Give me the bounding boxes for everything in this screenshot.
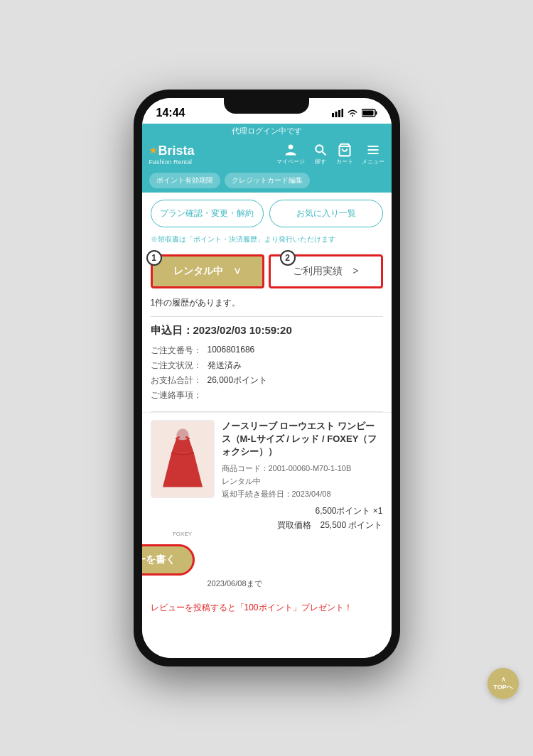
phone-screen: 14:44: [142, 98, 392, 658]
battery-icon: [362, 109, 377, 117]
top-arrow: ∧: [501, 676, 506, 683]
svg-rect-0: [332, 113, 334, 117]
nav-bar: 代理ログイン中です ★ Brista Fashion Rental: [142, 124, 392, 193]
nav-menu[interactable]: メニュー: [362, 143, 384, 166]
svg-point-8: [316, 145, 323, 152]
logo-star: ★: [149, 146, 157, 156]
review-deadline: 2023/06/08まで: [142, 578, 383, 589]
product-price: 6,500ポイント ×1: [222, 505, 383, 517]
svg-rect-6: [362, 111, 373, 116]
top-label: TOPへ: [493, 683, 512, 692]
product-image: [151, 420, 215, 498]
svg-rect-5: [375, 112, 377, 115]
tab-row: 1 レンタル中 ∨ 2 ご利用実績 >: [142, 252, 392, 296]
order-status-row: ご注文状況： 発送済み: [151, 360, 383, 372]
nav-main: ★ Brista Fashion Rental マイページ: [149, 139, 384, 170]
svg-rect-3: [341, 109, 343, 117]
logo-sub: Fashion Rental: [149, 158, 195, 166]
order-contact-row: ご連絡事項：: [151, 389, 383, 401]
svg-line-9: [322, 152, 325, 156]
product-brand-label: FOXEY: [151, 531, 215, 537]
svg-point-7: [288, 145, 293, 150]
logo-brista: ★ Brista: [149, 144, 195, 158]
order-num-row: ご注文番号： 1006801686: [151, 345, 383, 357]
proxy-login-bar: 代理ログイン中です: [149, 124, 384, 139]
product-info: FOXEY ノースリーブ ローウエスト ワンピース（M-Lサイズ / レッド /…: [151, 420, 383, 539]
action-buttons-row: プラン確認・変更・解約 お気に入り一覧: [142, 193, 392, 234]
product-code: 商品コード：2001-00060-M70-1-10B: [222, 463, 383, 474]
svg-rect-2: [338, 110, 340, 117]
product-buy-price: 買取価格 25,500 ポイント: [222, 519, 383, 531]
order-section: 申込日：2023/02/03 10:59:20 ご注文番号： 100680168…: [142, 317, 392, 411]
status-time: 14:44: [156, 107, 185, 119]
search-icon: [313, 143, 328, 157]
review-area: 3 レビューを書く 2023/06/08まで: [142, 544, 383, 589]
product-return: 返却手続き最終日：2023/04/08: [222, 489, 383, 500]
svg-rect-1: [335, 112, 337, 117]
product-image-area: FOXEY: [151, 420, 215, 539]
sub-nav: ポイント有効期限 クレジットカード編集: [149, 170, 384, 193]
wifi-icon: [347, 109, 358, 117]
nav-mypage[interactable]: マイページ: [276, 143, 305, 166]
point-expiry-btn[interactable]: ポイント有効期限: [149, 173, 220, 188]
nav-icons: マイページ 探す: [276, 143, 384, 166]
signal-icon: [332, 109, 343, 117]
rental-tab[interactable]: レンタル中 ∨: [151, 254, 265, 288]
favorites-button[interactable]: お気に入り一覧: [269, 200, 383, 227]
review-button[interactable]: レビューを書く: [142, 544, 195, 576]
logo-area: ★ Brista Fashion Rental: [149, 144, 195, 166]
product-name: ノースリーブ ローウエスト ワンピース（M-Lサイズ / レッド / FOXEY…: [222, 420, 383, 459]
dress-image: [158, 423, 208, 495]
product-details: ノースリーブ ローウエスト ワンピース（M-Lサイズ / レッド / FOXEY…: [222, 420, 383, 539]
mypage-icon: [284, 143, 298, 157]
tab-num-1: 1: [146, 250, 162, 266]
status-icons: [332, 109, 377, 117]
product-section: FOXEY ノースリーブ ローウエスト ワンピース（M-Lサイズ / レッド /…: [142, 412, 392, 596]
plan-button[interactable]: プラン確認・変更・解約: [151, 200, 264, 227]
top-button[interactable]: ∧ TOPへ: [488, 668, 519, 699]
history-count: 1件の履歴があります。: [142, 296, 392, 316]
notch: [224, 98, 309, 114]
nav-search[interactable]: 探す: [313, 143, 328, 166]
cart-icon: [338, 143, 352, 157]
menu-icon: [366, 143, 380, 157]
review-btn-wrapper: 3 レビューを書く: [142, 544, 195, 576]
review-point-msg: レビューを投稿すると「100ポイント」プレゼント！: [142, 596, 392, 621]
product-status: レンタル中: [222, 476, 383, 487]
order-payment-row: お支払合計： 26,000ポイント: [151, 374, 383, 387]
phone-frame: 14:44: [134, 90, 400, 666]
receipt-note: ※領収書は「ポイント・決済履歴」より発行いただけます: [142, 234, 392, 252]
credit-edit-btn[interactable]: クレジットカード編集: [225, 173, 310, 188]
nav-cart[interactable]: カート: [336, 143, 353, 166]
tab-num-2: 2: [280, 250, 296, 266]
order-date: 申込日：2023/02/03 10:59:20: [151, 324, 383, 338]
content-area: プラン確認・変更・解約 お気に入り一覧 ※領収書は「ポイント・決済履歴」より発行…: [142, 193, 392, 658]
